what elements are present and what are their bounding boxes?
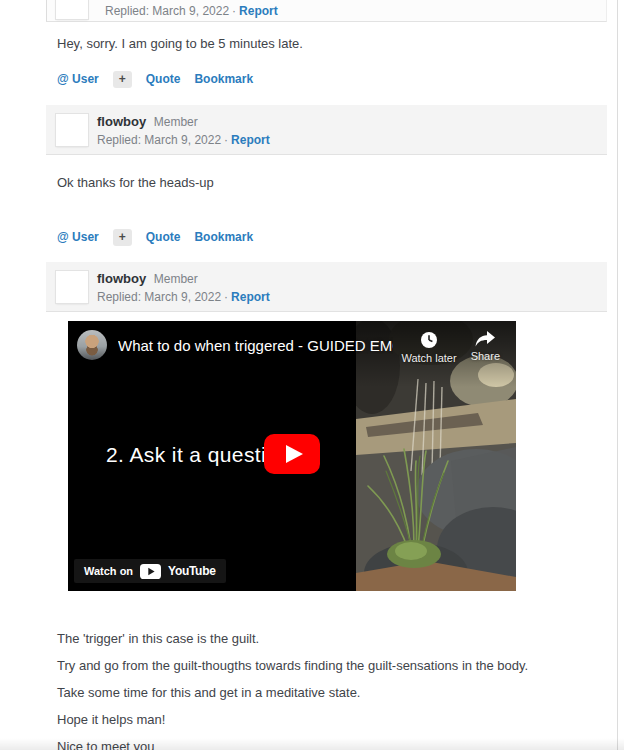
watch-on-label: Watch on bbox=[84, 565, 133, 577]
post-text: Nice to meet you bbox=[57, 738, 607, 750]
video-title-bar: What to do when triggered - GUIDED EMOTI… bbox=[77, 330, 393, 360]
replied-date: Replied: March 9, 2022 bbox=[97, 290, 221, 304]
post-2-actions: @ User + Quote Bookmark bbox=[46, 228, 607, 246]
watch-later-label: Watch later bbox=[401, 352, 456, 364]
post-1: Replied: March 9, 2022·Report Hey, sorry… bbox=[46, 0, 607, 88]
scrollbar-track[interactable] bbox=[617, 0, 618, 750]
youtube-play-button[interactable] bbox=[264, 434, 320, 478]
multiquote-button[interactable]: + bbox=[113, 229, 132, 246]
youtube-embed[interactable]: What to do when triggered - GUIDED EMOTI… bbox=[68, 321, 516, 591]
replied-date: Replied: March 9, 2022 bbox=[105, 4, 229, 18]
mention-user-button[interactable]: @ User bbox=[57, 72, 99, 86]
forum-thread: Replied: March 9, 2022·Report Hey, sorry… bbox=[46, 0, 607, 750]
avatar[interactable] bbox=[56, 0, 88, 19]
post-3-body: What to do when triggered - GUIDED EMOTI… bbox=[46, 321, 607, 750]
quote-button[interactable]: Quote bbox=[146, 230, 181, 244]
replied-date: Replied: March 9, 2022 bbox=[97, 133, 221, 147]
meta-separator: · bbox=[232, 4, 236, 18]
meta-separator: · bbox=[224, 290, 228, 304]
author-name-link[interactable]: flowboy bbox=[97, 271, 146, 286]
post-1-actions: @ User + Quote Bookmark bbox=[46, 70, 607, 88]
post-text: Ok thanks for the heads-up bbox=[57, 174, 607, 191]
report-link[interactable]: Report bbox=[231, 290, 270, 304]
post-author-info: flowboy Member Replied: March 9, 2022·Re… bbox=[97, 269, 270, 304]
watch-on-youtube-button[interactable]: Watch on YouTube bbox=[74, 559, 226, 583]
bookmark-button[interactable]: Bookmark bbox=[194, 230, 253, 244]
multiquote-button[interactable]: + bbox=[113, 71, 132, 88]
post-text: Try and go from the guilt-thougths towar… bbox=[57, 657, 607, 674]
post-text: Take some time for this and get in a med… bbox=[57, 684, 607, 701]
share-arrow-icon bbox=[475, 331, 495, 347]
channel-avatar[interactable] bbox=[77, 330, 107, 360]
post-3-header: flowboy Member Replied: March 9, 2022·Re… bbox=[46, 262, 607, 312]
youtube-brand-label: YouTube bbox=[168, 564, 215, 578]
post-2: flowboy Member Replied: March 9, 2022·Re… bbox=[46, 105, 607, 246]
share-label: Share bbox=[471, 350, 500, 362]
avatar[interactable] bbox=[56, 114, 88, 146]
share-button[interactable]: Share bbox=[471, 331, 500, 364]
post-meta: Replied: March 9, 2022·Report bbox=[97, 290, 270, 304]
author-name-link[interactable]: flowboy bbox=[97, 114, 146, 129]
quote-button[interactable]: Quote bbox=[146, 72, 181, 86]
avatar[interactable] bbox=[56, 271, 88, 303]
post-2-body: Ok thanks for the heads-up bbox=[46, 174, 607, 191]
author-role: Member bbox=[154, 115, 198, 129]
video-title[interactable]: What to do when triggered - GUIDED EMOTI… bbox=[118, 337, 393, 354]
post-text: The 'trigger' in this case is the guilt. bbox=[57, 630, 607, 647]
mention-user-button[interactable]: @ User bbox=[57, 230, 99, 244]
post-author-info: flowboy Member Replied: March 9, 2022·Re… bbox=[97, 112, 270, 147]
play-icon bbox=[264, 434, 320, 474]
post-text: Hope it helps man! bbox=[57, 711, 607, 728]
meta-separator: · bbox=[224, 133, 228, 147]
bookmark-button[interactable]: Bookmark bbox=[194, 72, 253, 86]
post-meta: Replied: March 9, 2022·Report bbox=[105, 4, 278, 18]
youtube-logo-icon bbox=[140, 564, 161, 579]
video-caption-text: 2. Ask it a questio bbox=[106, 443, 278, 467]
author-role: Member bbox=[154, 272, 198, 286]
post-1-body: Hey, sorry. I am going to be 5 minutes l… bbox=[46, 35, 607, 52]
post-3: flowboy Member Replied: March 9, 2022·Re… bbox=[46, 262, 607, 750]
watch-later-button[interactable]: Watch later bbox=[401, 331, 456, 364]
post-text: Hey, sorry. I am going to be 5 minutes l… bbox=[57, 35, 607, 52]
post-meta: Replied: March 9, 2022·Report bbox=[97, 133, 270, 147]
report-link[interactable]: Report bbox=[239, 4, 278, 18]
report-link[interactable]: Report bbox=[231, 133, 270, 147]
post-2-header: flowboy Member Replied: March 9, 2022·Re… bbox=[46, 105, 607, 155]
post-1-header: Replied: March 9, 2022·Report bbox=[46, 0, 607, 22]
video-controls: Watch later Share bbox=[401, 331, 500, 364]
clock-icon bbox=[420, 331, 438, 349]
